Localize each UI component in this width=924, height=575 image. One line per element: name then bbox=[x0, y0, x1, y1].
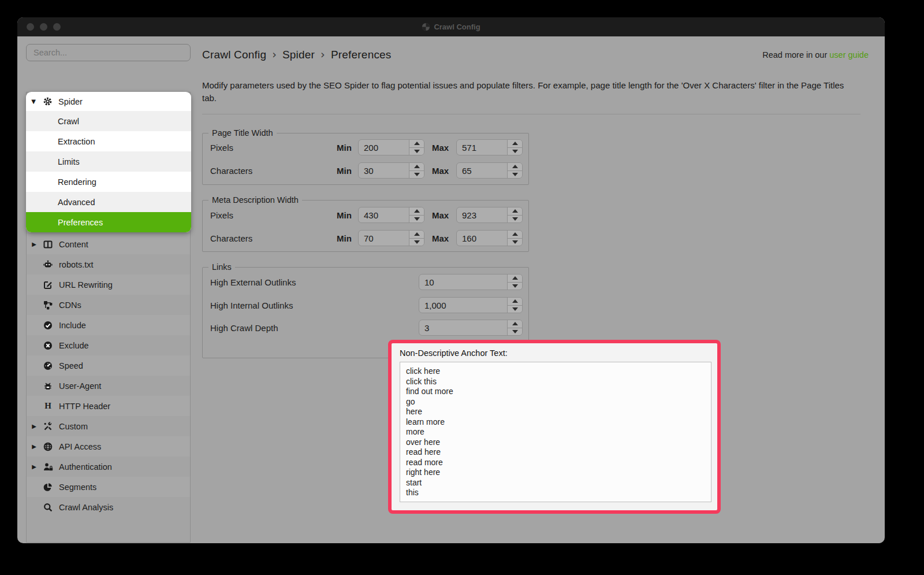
minimize-window-icon[interactable] bbox=[40, 23, 47, 31]
sidebar-item-custom[interactable]: ▶ Custom bbox=[27, 416, 190, 436]
sidebar-item-content[interactable]: ▶ Content bbox=[27, 234, 190, 254]
spin-down-icon[interactable] bbox=[508, 239, 522, 246]
sidebar-item-user-agent[interactable]: User-Agent bbox=[27, 376, 190, 396]
list-item[interactable]: learn more bbox=[406, 417, 711, 428]
list-item[interactable]: right here bbox=[406, 468, 711, 478]
list-item[interactable]: this bbox=[406, 488, 711, 498]
sidebar-item-api-access[interactable]: ▶ API Access bbox=[27, 436, 190, 457]
sidebar-item-cdns[interactable]: CDNs bbox=[27, 295, 190, 315]
spin-down-icon[interactable] bbox=[508, 328, 522, 336]
sidebar: ▼ Spider Crawl Extraction Limits Renderi… bbox=[26, 44, 191, 61]
spin-up-icon[interactable] bbox=[409, 231, 424, 239]
high-external-outlinks-stepper[interactable]: 10 bbox=[419, 274, 523, 290]
sidebar-item-spider[interactable]: ▼ Spider bbox=[26, 92, 191, 111]
sidebar-item-extraction[interactable]: Extraction bbox=[26, 131, 191, 151]
spin-down-icon[interactable] bbox=[508, 216, 522, 223]
columns-icon bbox=[42, 240, 54, 249]
spin-up-icon[interactable] bbox=[508, 163, 522, 171]
meta-chars-max-stepper[interactable]: 160 bbox=[456, 230, 523, 246]
crawl-config-dialog: Crawl Config ▼ Spider Crawl Extraction L… bbox=[17, 17, 885, 543]
spin-up-icon[interactable] bbox=[508, 231, 522, 239]
list-item[interactable]: here bbox=[406, 407, 711, 417]
field-label: Characters bbox=[210, 233, 252, 243]
list-item[interactable]: read more bbox=[406, 458, 711, 468]
user-lock-icon bbox=[42, 462, 54, 472]
sidebar-item-http-header[interactable]: H HTTP Header bbox=[27, 396, 190, 416]
spin-down-icon[interactable] bbox=[409, 171, 424, 179]
chevron-right-icon[interactable]: ▶ bbox=[27, 443, 42, 450]
sidebar-items: ▶ Content robots.txt URL Rewriting bbox=[27, 234, 190, 517]
meta-pixels-max-stepper[interactable]: 923 bbox=[456, 207, 523, 223]
gear-icon bbox=[41, 97, 54, 106]
page-description: Modify parameters used by the SEO Spider… bbox=[202, 79, 858, 105]
spin-down-icon[interactable] bbox=[409, 148, 424, 155]
main-panel: Crawl Config›Spider›Preferences Read mor… bbox=[202, 17, 885, 543]
list-item[interactable]: click here bbox=[406, 366, 711, 377]
chevron-down-icon[interactable]: ▼ bbox=[26, 98, 41, 105]
spin-up-icon[interactable] bbox=[409, 163, 424, 171]
chevron-right-icon[interactable]: ▶ bbox=[27, 241, 42, 247]
sidebar-item-crawl[interactable]: Crawl bbox=[26, 111, 191, 131]
meta-chars-min-stepper[interactable]: 70 bbox=[358, 230, 424, 246]
field-label: Pixels bbox=[210, 143, 233, 153]
spin-down-icon[interactable] bbox=[409, 216, 424, 223]
spin-down-icon[interactable] bbox=[508, 306, 522, 313]
spin-down-icon[interactable] bbox=[508, 171, 522, 179]
breadcrumb-spider[interactable]: Spider bbox=[282, 49, 315, 61]
spin-down-icon[interactable] bbox=[508, 283, 522, 290]
spin-up-icon[interactable] bbox=[508, 298, 522, 306]
spider-group-card: ▼ Spider Crawl Extraction Limits Renderi… bbox=[26, 92, 191, 232]
field-label: High External Outlinks bbox=[210, 277, 296, 287]
list-item[interactable]: over here bbox=[406, 437, 711, 448]
close-window-icon[interactable] bbox=[27, 23, 34, 31]
sidebar-item-crawl-analysis[interactable]: Crawl Analysis bbox=[27, 497, 190, 517]
list-item[interactable]: go bbox=[406, 397, 711, 407]
chevron-right-icon[interactable]: ▶ bbox=[27, 423, 42, 429]
user-guide-link[interactable]: user guide bbox=[829, 50, 869, 60]
section-legend: Links bbox=[208, 262, 235, 272]
agent-bug-icon bbox=[42, 381, 54, 391]
sidebar-item-exclude[interactable]: Exclude bbox=[27, 335, 190, 355]
spin-up-icon[interactable] bbox=[508, 274, 522, 283]
search-input[interactable] bbox=[26, 44, 191, 61]
high-internal-outlinks-stepper[interactable]: 1,000 bbox=[419, 297, 523, 313]
title-chars-max-stepper[interactable]: 65 bbox=[456, 162, 523, 179]
spin-down-icon[interactable] bbox=[409, 239, 424, 246]
title-chars-min-stepper[interactable]: 30 bbox=[358, 162, 424, 179]
zoom-window-icon[interactable] bbox=[53, 23, 61, 31]
list-item[interactable]: read here bbox=[406, 447, 711, 458]
sidebar-item-segments[interactable]: Segments bbox=[27, 477, 190, 497]
tools-icon bbox=[42, 422, 54, 431]
sidebar-item-preferences-selected[interactable]: Preferences bbox=[26, 212, 191, 232]
anchor-text-listbox[interactable]: click here click this find out more go h… bbox=[400, 362, 711, 502]
high-crawl-depth-stepper[interactable]: 3 bbox=[419, 320, 523, 336]
field-label: Pixels bbox=[210, 210, 233, 220]
spin-up-icon[interactable] bbox=[409, 140, 424, 148]
sidebar-item-authentication[interactable]: ▶ Authentication bbox=[27, 457, 190, 477]
sidebar-item-include[interactable]: Include bbox=[27, 315, 190, 335]
spin-up-icon[interactable] bbox=[409, 207, 424, 216]
breadcrumb-preferences: Preferences bbox=[331, 49, 392, 61]
section-legend: Meta Description Width bbox=[208, 195, 302, 205]
spin-down-icon[interactable] bbox=[508, 148, 522, 155]
spin-up-icon[interactable] bbox=[508, 140, 522, 148]
title-pixels-min-stepper[interactable]: 200 bbox=[358, 139, 424, 155]
meta-pixels-min-stepper[interactable]: 430 bbox=[358, 207, 424, 223]
list-item[interactable]: more bbox=[406, 427, 711, 437]
title-pixels-max-stepper[interactable]: 571 bbox=[456, 139, 523, 155]
spin-up-icon[interactable] bbox=[508, 320, 522, 328]
pie-chart-icon bbox=[42, 483, 54, 492]
sidebar-item-rendering[interactable]: Rendering bbox=[26, 172, 191, 192]
sidebar-item-robots-txt[interactable]: robots.txt bbox=[27, 254, 190, 274]
sidebar-item-advanced[interactable]: Advanced bbox=[26, 192, 191, 212]
list-item[interactable]: find out more bbox=[406, 387, 711, 397]
list-item[interactable]: click this bbox=[406, 377, 711, 387]
sitemap-icon bbox=[42, 301, 54, 310]
breadcrumb-crawl-config[interactable]: Crawl Config bbox=[202, 49, 266, 61]
sidebar-item-limits[interactable]: Limits bbox=[26, 151, 191, 172]
spin-up-icon[interactable] bbox=[508, 207, 522, 216]
sidebar-item-speed[interactable]: Speed bbox=[27, 355, 190, 376]
sidebar-item-url-rewriting[interactable]: URL Rewriting bbox=[27, 274, 190, 295]
list-item[interactable]: start bbox=[406, 478, 711, 488]
chevron-right-icon[interactable]: ▶ bbox=[27, 463, 42, 470]
